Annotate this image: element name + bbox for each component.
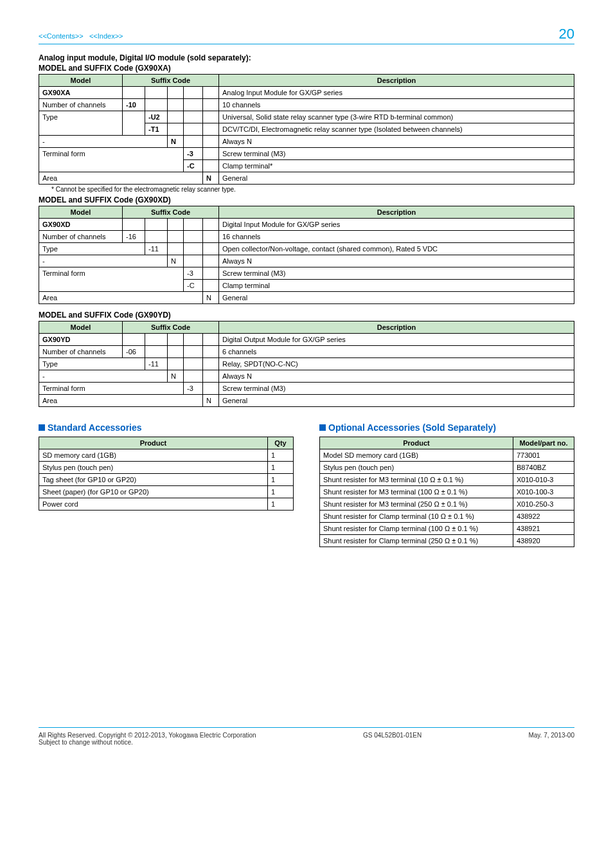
cell-label: Number of channels xyxy=(39,99,123,111)
table-gx90xd: Model Suffix Code Description GX90XDDigi… xyxy=(39,206,574,304)
contents-link[interactable]: <<Contents>> xyxy=(39,32,84,40)
section-heading-line1: Analog input module, Digital I/O module … xyxy=(39,53,574,62)
cell-desc: Open collector/Non-voltage, contact (sha… xyxy=(219,243,574,255)
cell-desc: General xyxy=(219,395,574,407)
cell-desc: Always N xyxy=(219,370,574,383)
cell-desc: Digital Output Module for GX/GP series xyxy=(219,334,574,346)
cell-code: N xyxy=(168,370,184,383)
cell-label: - xyxy=(39,370,168,383)
cell-desc: 10 channels xyxy=(219,99,574,111)
table-row: Shunt resister for Clamp terminal (10 Ω … xyxy=(320,511,574,523)
cell-desc: Screw terminal (M3) xyxy=(219,148,574,160)
th-model: Model xyxy=(39,75,123,87)
cell-code: N xyxy=(203,172,219,185)
cell-label: Type xyxy=(39,111,123,136)
cell-code: -3 xyxy=(184,148,203,160)
table-row: Stylus pen (touch pen)1 xyxy=(39,462,294,474)
table-standard-accessories: ProductQty SD memory card (1GB)1 Stylus … xyxy=(39,437,294,511)
table-row: Shunt resister for M3 terminal (250 Ω ± … xyxy=(320,498,574,511)
cell-desc: Always N xyxy=(219,136,574,148)
table-row: SD memory card (1GB)1 xyxy=(39,449,294,462)
cell-code: -C xyxy=(184,160,203,172)
table-optional-accessories: ProductModel/part no. Model SD memory ca… xyxy=(319,437,574,547)
cell-desc: Clamp terminal* xyxy=(219,160,574,172)
th-product: Product xyxy=(39,437,268,449)
cell-code: N xyxy=(168,255,184,267)
section-heading-line2: MODEL and SUFFIX Code (GX90XA) xyxy=(39,64,574,73)
table-row: Stylus pen (touch pen)B8740BZ xyxy=(320,462,574,474)
square-bullet-icon xyxy=(39,424,45,431)
th-desc: Description xyxy=(219,321,574,334)
cell-label: - xyxy=(39,255,168,267)
th-suffix: Suffix Code xyxy=(123,75,219,87)
footer-notice: Subject to change without notice. xyxy=(39,739,256,746)
cell-code: -10 xyxy=(123,99,145,111)
heading-yd: MODEL and SUFFIX Code (GX90YD) xyxy=(39,311,574,320)
index-link[interactable]: <<Index>> xyxy=(89,32,123,40)
cell-code: N xyxy=(203,395,219,407)
cell-label: Terminal form xyxy=(39,383,184,395)
table-row: Sheet (paper) (for GP10 or GP20)1 xyxy=(39,486,294,498)
cell-desc: Always N xyxy=(219,255,574,267)
cell-desc: Universal, Solid state relay scanner typ… xyxy=(219,111,574,123)
table-row: Shunt resister for Clamp terminal (250 Ω… xyxy=(320,535,574,547)
th-desc: Description xyxy=(219,75,574,87)
cell-code: -C xyxy=(184,280,203,292)
th-model: Model xyxy=(39,321,123,334)
cell-code: -3 xyxy=(184,383,203,395)
heading-xd: MODEL and SUFFIX Code (GX90XD) xyxy=(39,195,574,204)
th-product: Product xyxy=(320,437,513,449)
cell-label: Number of channels xyxy=(39,231,123,243)
th-suffix: Suffix Code xyxy=(123,206,219,219)
footer-doc: GS 04L52B01-01EN xyxy=(363,732,422,746)
cell-label: Terminal form xyxy=(39,267,184,292)
cell-code: -T1 xyxy=(145,123,168,136)
page-footer: All Rights Reserved. Copyright © 2012-20… xyxy=(39,727,574,746)
cell-desc: Clamp terminal xyxy=(219,280,574,292)
table-gx90yd: Model Suffix Code Description GX90YDDigi… xyxy=(39,321,574,407)
cell-desc: Digital Input Module for GX/GP series xyxy=(219,219,574,231)
table-row: Tag sheet (for GP10 or GP20)1 xyxy=(39,474,294,486)
cell-desc: 16 channels xyxy=(219,231,574,243)
th-qty: Qty xyxy=(268,437,294,449)
cell-code: -11 xyxy=(145,358,168,370)
cell-label: Area xyxy=(39,395,203,407)
cell-code: -11 xyxy=(145,243,168,255)
page-number: 20 xyxy=(559,26,574,42)
optional-accessories-heading: Optional Accessories (Sold Separately) xyxy=(319,422,574,433)
cell-desc: General xyxy=(219,292,574,304)
cell-desc: Relay, SPDT(NO-C-NC) xyxy=(219,358,574,370)
cell-desc: 6 channels xyxy=(219,346,574,358)
cell-code: -06 xyxy=(123,346,145,358)
th-desc: Description xyxy=(219,206,574,219)
square-bullet-icon xyxy=(319,424,326,431)
cell-code: -16 xyxy=(123,231,145,243)
cell-code: -3 xyxy=(184,267,203,280)
footnote-xa: * Cannot be specified for the electromag… xyxy=(64,186,574,193)
th-part: Model/part no. xyxy=(513,437,574,449)
cell-label: Type xyxy=(39,358,145,370)
footer-copyright: All Rights Reserved. Copyright © 2012-20… xyxy=(39,732,256,739)
footer-date: May. 7, 2013-00 xyxy=(528,732,574,746)
table-row: Shunt resister for M3 terminal (100 Ω ± … xyxy=(320,486,574,498)
cell-code: N xyxy=(168,136,184,148)
table-row: Shunt resister for Clamp terminal (100 Ω… xyxy=(320,523,574,535)
cell-code: N xyxy=(203,292,219,304)
cell-desc: Screw terminal (M3) xyxy=(219,383,574,395)
cell-desc: General xyxy=(219,172,574,185)
table-gx90xa: Model Suffix Code Description GX90XAAnal… xyxy=(39,74,574,185)
table-row: Model SD memory card (1GB)773001 xyxy=(320,449,574,462)
cell-desc: Analog Input Module for GX/GP series xyxy=(219,87,574,99)
cell-code: -U2 xyxy=(145,111,168,123)
cell-label: Number of channels xyxy=(39,346,123,358)
cell-desc: DCV/TC/DI, Electromagnetic relay scanner… xyxy=(219,123,574,136)
cell-label: GX90YD xyxy=(39,334,123,346)
table-row: Power cord1 xyxy=(39,498,294,511)
th-model: Model xyxy=(39,206,123,219)
cell-label: GX90XA xyxy=(39,87,123,99)
cell-label: Area xyxy=(39,292,203,304)
cell-label: Type xyxy=(39,243,145,255)
cell-desc: Screw terminal (M3) xyxy=(219,267,574,280)
cell-label: Terminal form xyxy=(39,148,184,172)
top-nav: <<Contents>> <<Index>> 20 xyxy=(39,26,574,44)
